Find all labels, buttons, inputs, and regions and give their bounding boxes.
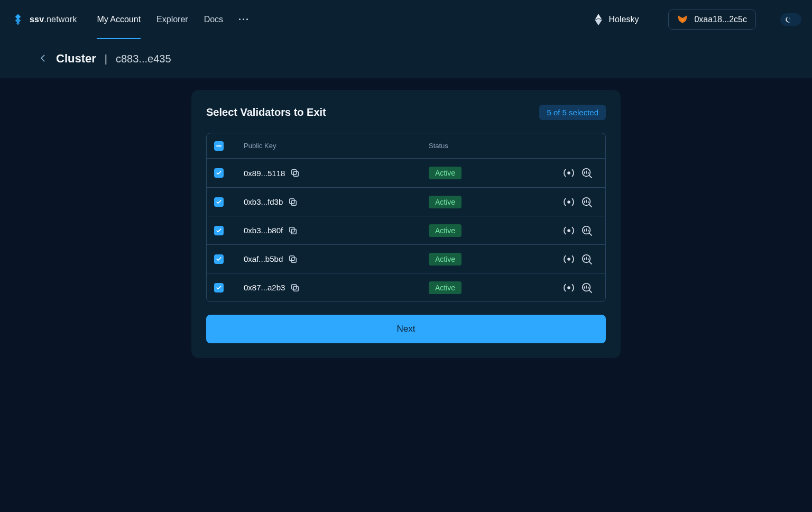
table-row: 0x87...a2b3 Active xyxy=(207,273,605,301)
row-checkbox[interactable] xyxy=(214,254,224,264)
selection-badge: 5 of 5 selected xyxy=(539,105,606,120)
copy-icon[interactable] xyxy=(290,283,300,292)
svg-marker-4 xyxy=(595,19,602,25)
row-checkbox[interactable] xyxy=(214,168,224,178)
analytics-link-icon[interactable] xyxy=(581,225,593,236)
svg-marker-3 xyxy=(595,14,602,20)
logo-icon xyxy=(11,12,25,27)
back-arrow-icon[interactable] xyxy=(39,54,48,64)
select-validators-card: Select Validators to Exit 5 of 5 selecte… xyxy=(191,90,621,358)
beacon-link-icon[interactable] xyxy=(563,167,575,179)
beacon-link-icon[interactable] xyxy=(563,282,575,294)
nav-items: My Account Explorer Docs xyxy=(97,0,248,39)
status-badge: Active xyxy=(429,224,462,237)
card-title: Select Validators to Exit xyxy=(206,106,326,118)
table-row: 0xaf...b5bd Active xyxy=(207,244,605,273)
ethereum-icon xyxy=(595,14,602,25)
copy-icon[interactable] xyxy=(288,197,298,207)
status-badge: Active xyxy=(429,281,462,294)
validators-table: Public Key Status 0x89...5118 Active xyxy=(206,133,606,302)
wallet-address: 0xaa18...2c5c xyxy=(694,15,747,24)
wallet-chip[interactable]: 0xaa18...2c5c xyxy=(668,10,756,30)
row-checkbox[interactable] xyxy=(214,283,224,292)
top-nav: ssv.network My Account Explorer Docs Hol… xyxy=(0,0,812,39)
analytics-link-icon[interactable] xyxy=(581,196,593,208)
status-badge: Active xyxy=(429,196,462,208)
analytics-link-icon[interactable] xyxy=(581,167,593,179)
table-header: Public Key Status xyxy=(207,133,605,159)
validator-public-key: 0xb3...b80f xyxy=(244,226,283,235)
moon-icon xyxy=(782,14,793,25)
network-indicator[interactable]: Holesky xyxy=(595,14,639,25)
network-name: Holesky xyxy=(608,15,639,24)
nav-explorer[interactable]: Explorer xyxy=(156,0,188,39)
brand-logo[interactable]: ssv.network xyxy=(11,12,77,27)
copy-icon[interactable] xyxy=(288,226,298,235)
validator-public-key: 0xaf...b5bd xyxy=(244,254,283,263)
nav-docs[interactable]: Docs xyxy=(204,0,223,39)
validator-public-key: 0x89...5118 xyxy=(244,169,285,178)
nav-my-account[interactable]: My Account xyxy=(97,0,141,39)
row-checkbox[interactable] xyxy=(214,197,224,207)
select-all-checkbox[interactable] xyxy=(214,141,224,151)
row-checkbox[interactable] xyxy=(214,226,224,235)
col-public-key: Public Key xyxy=(244,142,429,150)
table-row: 0xb3...fd3b Active xyxy=(207,187,605,216)
col-status: Status xyxy=(429,142,534,150)
next-button[interactable]: Next xyxy=(206,315,606,343)
breadcrumb-id: c883...e435 xyxy=(116,53,171,65)
copy-icon[interactable] xyxy=(290,168,300,178)
svg-point-7 xyxy=(789,17,790,18)
analytics-link-icon[interactable] xyxy=(581,282,593,294)
brand-name: ssv.network xyxy=(30,15,77,24)
breadcrumb-separator: | xyxy=(105,53,107,65)
nav-more[interactable] xyxy=(239,0,248,39)
analytics-link-icon[interactable] xyxy=(581,253,593,265)
metamask-icon xyxy=(677,14,688,25)
brand-bold: ssv xyxy=(30,15,44,24)
breadcrumb-title: Cluster xyxy=(56,52,96,66)
table-row: 0xb3...b80f Active xyxy=(207,216,605,244)
brand-thin: .network xyxy=(44,15,77,24)
table-row: 0x89...5118 Active xyxy=(207,159,605,187)
beacon-link-icon[interactable] xyxy=(563,225,575,236)
card-head: Select Validators to Exit 5 of 5 selecte… xyxy=(206,105,606,120)
beacon-link-icon[interactable] xyxy=(563,196,575,208)
theme-toggle[interactable] xyxy=(780,13,801,26)
svg-point-8 xyxy=(790,19,790,19)
status-badge: Active xyxy=(429,253,462,266)
copy-icon[interactable] xyxy=(288,254,298,264)
validator-public-key: 0xb3...fd3b xyxy=(244,197,283,206)
main-area: Select Validators to Exit 5 of 5 selecte… xyxy=(0,78,812,379)
breadcrumb: Cluster | c883...e435 xyxy=(0,39,812,78)
status-badge: Active xyxy=(429,167,462,179)
beacon-link-icon[interactable] xyxy=(563,253,575,265)
validator-public-key: 0x87...a2b3 xyxy=(244,283,285,292)
